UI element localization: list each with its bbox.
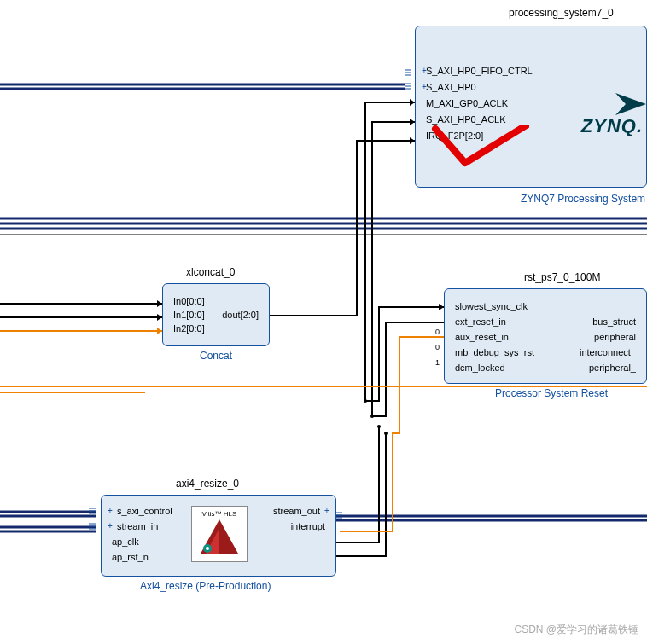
xlconcat-type-label: Concat <box>200 350 232 362</box>
rst-port-aux-reset-in: aux_reset_in <box>455 332 509 342</box>
xlconcat-instance-label: xlconcat_0 <box>186 266 235 278</box>
resize-port-ap-clk: ap_clk <box>112 537 139 547</box>
watermark: CSDN @爱学习的诸葛铁锤 <box>514 623 638 637</box>
svg-point-27 <box>384 432 388 435</box>
rst-const-dcm: 1 <box>435 358 440 367</box>
rst-type-label: Processor System Reset <box>495 387 608 399</box>
bus-expand-icon[interactable]: + <box>324 508 330 514</box>
ps7-port-m-axi-gp0-aclk: M_AXI_GP0_ACLK <box>426 98 508 108</box>
rst-port-peripheral: peripheral <box>594 332 636 342</box>
svg-marker-28 <box>615 93 646 115</box>
bus-expand-icon[interactable]: + <box>107 508 114 514</box>
ps7-type-label: ZYNQ7 Processing System <box>521 193 645 205</box>
rst-instance-label: rst_ps7_0_100M <box>524 271 600 283</box>
resize-instance-label: axi4_resize_0 <box>176 478 239 490</box>
ps7-port-s-axi-hp0: S_AXI_HP0 <box>426 82 476 92</box>
svg-point-24 <box>364 399 367 403</box>
rst-block[interactable]: slowest_sync_clk ext_reset_in aux_reset_… <box>444 288 647 384</box>
resize-block[interactable]: + + + s_axi_control stream_in ap_clk ap_… <box>101 495 336 577</box>
bus-expand-icon[interactable]: + <box>107 523 114 530</box>
rst-port-slowest-sync-clk: slowest_sync_clk <box>455 301 528 311</box>
rst-const-mb: 0 <box>435 343 440 351</box>
zynq-chevron-icon <box>615 93 646 115</box>
xlconcat-port-dout: dout[2:0] <box>222 310 259 320</box>
resize-port-s-axi-control: s_axi_control <box>117 506 172 516</box>
ps7-instance-label: processing_system7_0 <box>509 7 614 19</box>
xlconcat-port-in2: In2[0:0] <box>173 323 205 334</box>
svg-point-32 <box>206 547 209 550</box>
xlconcat-block[interactable]: In0[0:0] In1[0:0] In2[0:0] dout[2:0] <box>162 283 270 346</box>
rst-port-mb-debug-sys-rst: mb_debug_sys_rst <box>455 347 534 357</box>
vitis-hls-label: Vitis™ HLS <box>192 510 247 518</box>
resize-port-interrupt: interrupt <box>291 521 325 531</box>
xlconcat-port-in1: In1[0:0] <box>173 310 205 320</box>
rst-port-bus-struct: bus_struct <box>592 316 636 327</box>
svg-point-26 <box>377 425 381 428</box>
annotation-checkmark-icon <box>427 125 529 176</box>
resize-type-label: Axi4_resize (Pre-Production) <box>140 580 271 592</box>
resize-port-ap-rst-n: ap_rst_n <box>112 552 149 562</box>
zynq-logo: ZYNQ. <box>581 115 643 137</box>
rst-port-interconnect: interconnect_ <box>580 347 636 357</box>
rst-port-ext-reset-in: ext_reset_in <box>455 316 506 327</box>
resize-port-stream-in: stream_in <box>117 521 158 531</box>
resize-port-stream-out: stream_out <box>273 506 320 516</box>
xlconcat-port-in0: In0[0:0] <box>173 296 205 306</box>
svg-point-25 <box>370 415 374 418</box>
rst-const-aux: 0 <box>435 328 440 336</box>
vitis-hls-icon <box>201 519 238 554</box>
ps7-port-s-axi-hp0-fifo: S_AXI_HP0_FIFO_CTRL <box>426 66 533 76</box>
rst-port-dcm-locked: dcm_locked <box>455 363 505 373</box>
vitis-hls-badge: Vitis™ HLS <box>191 506 248 562</box>
rst-port-peripheral2: peripheral_ <box>589 363 636 373</box>
ps7-port-s-axi-hp0-aclk: S_AXI_HP0_ACLK <box>426 114 506 125</box>
